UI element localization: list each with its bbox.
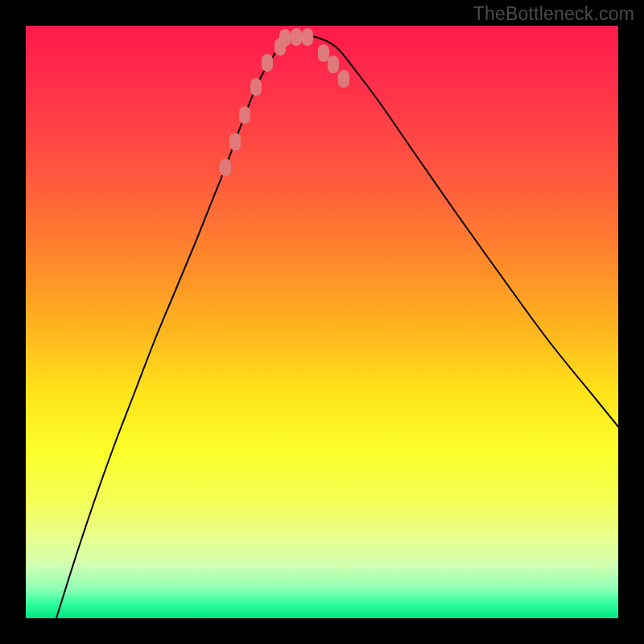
curve-markers [220,28,349,176]
curve-marker [318,44,329,62]
plot-area [26,26,618,618]
curve-marker [328,56,339,73]
chart-frame: TheBottleneck.com [0,0,644,644]
curve-marker [250,78,262,96]
chart-svg [26,26,618,618]
curve-marker [338,70,349,88]
curve-marker [239,106,250,124]
curve-marker [302,28,313,46]
curve-marker [229,133,241,151]
curve-marker [279,29,291,47]
curve-marker [262,54,273,72]
bottleneck-curve [56,35,618,618]
watermark-label: TheBottleneck.com [473,3,634,25]
curve-marker [220,159,231,176]
curve-marker [291,28,302,46]
